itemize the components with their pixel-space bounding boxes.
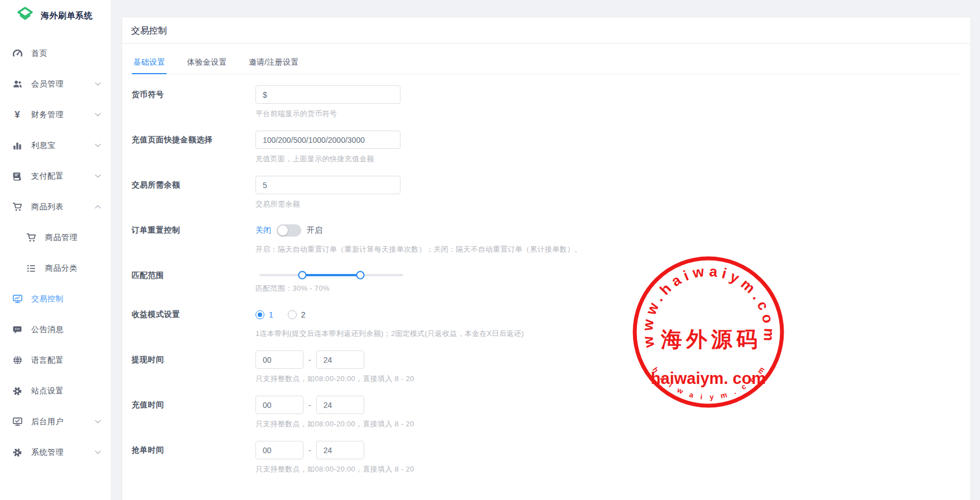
payment-icon bbox=[12, 171, 23, 182]
field-help: 开启：隔天自动重置订单（重新计算每天接单次数）；关闭：隔天不自动重置订单（累计接… bbox=[255, 244, 582, 254]
sidebar-item-label: 财务管理 bbox=[31, 110, 64, 120]
sidebar-item-label: 系统管理 bbox=[31, 448, 64, 458]
tabbar: 基础设置 体验金设置 邀请/注册设置 bbox=[132, 55, 961, 74]
sidebar-item-label: 公告消息 bbox=[31, 325, 64, 335]
sidebar-item-label: 商品管理 bbox=[45, 233, 78, 243]
row-match-range: 匹配范围 匹配范围：30% - 70% bbox=[132, 266, 961, 294]
sidebar-item-label: 商品分类 bbox=[45, 263, 78, 273]
field-label: 交易所需余额 bbox=[132, 176, 255, 209]
gear-icon bbox=[12, 386, 23, 397]
sidebar-item-payment-config[interactable]: 支付配置 bbox=[0, 161, 111, 191]
profit-mode-option-2[interactable]: 2 bbox=[288, 310, 306, 319]
profit-mode-option-1[interactable]: 1 bbox=[255, 310, 273, 319]
slider-active-track bbox=[302, 274, 360, 276]
toggle-knob bbox=[278, 225, 288, 235]
sidebar-item-label: 支付配置 bbox=[31, 171, 64, 181]
row-grab-time: 抢单时间 - 只支持整数点，如08:00-20:00，直接填入 8 - 20 bbox=[132, 441, 961, 474]
currency-symbol-input[interactable] bbox=[255, 85, 400, 104]
field-help: 交易所需余额 bbox=[255, 199, 400, 209]
sidebar-item-finance[interactable]: ¥财务管理 bbox=[0, 99, 111, 130]
sidebar-menu: 首页会员管理¥财务管理利息宝支付配置商品列表商品管理商品分类交易控制公告消息语言… bbox=[0, 31, 111, 468]
sidebar-item-label: 语言配置 bbox=[31, 355, 64, 366]
app-title: 海外刷单系统 bbox=[41, 11, 93, 21]
sidebar-item-admin-users[interactable]: 后台用户 bbox=[0, 406, 111, 437]
category-list-icon bbox=[26, 263, 37, 274]
page-title: 交易控制 bbox=[122, 17, 971, 44]
sidebar-item-system-manage[interactable]: 系统管理 bbox=[0, 437, 111, 468]
withdraw-time-from-input[interactable] bbox=[255, 350, 303, 369]
row-order-reset: 订单重置控制 关闭 开启 开启：隔天自动重置订单（重新计算每天接单次数）；关闭：… bbox=[132, 221, 961, 254]
field-label: 收益模式设置 bbox=[132, 305, 255, 339]
field-help: 只支持整数点，如08:00-20:00，直接填入 8 - 20 bbox=[255, 464, 414, 474]
brand-diamond-icon bbox=[17, 6, 33, 25]
sidebar-item-language-config[interactable]: 语言配置 bbox=[0, 345, 111, 376]
globe-icon bbox=[12, 355, 23, 366]
sidebar-item-label: 交易控制 bbox=[31, 294, 64, 304]
tab-invite-register-settings[interactable]: 邀请/注册设置 bbox=[247, 55, 301, 74]
row-quick-amounts: 充值页面快捷金额选择 充值页面，上面显示的快捷充值金额 bbox=[132, 131, 961, 164]
field-help: 1连本带利(提交后连本带利返还到余额)；2固定模式(只返收益，本金在X日后返还) bbox=[255, 329, 524, 339]
monitor-user-icon bbox=[12, 416, 23, 427]
field-help: 平台前端显示的货币符号 bbox=[255, 109, 400, 119]
field-label: 充值时间 bbox=[132, 396, 255, 429]
app-logo[interactable]: 海外刷单系统 bbox=[0, 0, 111, 31]
slider-handle-min[interactable] bbox=[298, 271, 307, 280]
range-separator: - bbox=[308, 401, 311, 410]
row-profit-mode: 收益模式设置 1 2 1连本带利(提交后连本带利返还到余额)；2固定模式(只返收… bbox=[132, 305, 961, 339]
sidebar-item-label: 后台用户 bbox=[31, 417, 64, 427]
match-range-slider[interactable] bbox=[259, 274, 403, 276]
content-card: 交易控制 基础设置 体验金设置 邀请/注册设置 货币符号 平台前端显示的货币符号… bbox=[122, 17, 971, 500]
field-label: 提现时间 bbox=[132, 350, 255, 384]
yen-icon: ¥ bbox=[12, 109, 23, 121]
bar-chart-icon bbox=[12, 140, 23, 151]
withdraw-time-to-input[interactable] bbox=[316, 350, 364, 369]
field-label: 匹配范围 bbox=[132, 266, 255, 294]
comment-icon bbox=[12, 324, 23, 335]
sidebar-item-interest[interactable]: 利息宝 bbox=[0, 130, 111, 161]
sidebar-item-site-settings[interactable]: 站点设置 bbox=[0, 376, 111, 406]
slider-handle-max[interactable] bbox=[356, 271, 364, 280]
row-min-balance: 交易所需余额 交易所需余额 bbox=[132, 176, 961, 209]
field-label: 充值页面快捷金额选择 bbox=[132, 131, 255, 164]
sidebar-item-label: 商品列表 bbox=[31, 202, 64, 212]
sidebar-item-trade-control[interactable]: 交易控制 bbox=[0, 283, 111, 314]
quick-amounts-input[interactable] bbox=[255, 131, 400, 149]
tab-trial-fund-settings[interactable]: 体验金设置 bbox=[185, 55, 229, 74]
grab-time-from-input[interactable] bbox=[255, 441, 303, 459]
row-withdraw-time: 提现时间 - 只支持整数点，如08:00-20:00，直接填入 8 - 20 bbox=[132, 350, 961, 384]
radio-icon bbox=[288, 310, 297, 319]
min-balance-input[interactable] bbox=[255, 176, 400, 194]
sidebar-item-product-category[interactable]: 商品分类 bbox=[0, 253, 111, 283]
sidebar-item-label: 会员管理 bbox=[31, 79, 64, 89]
sidebar-item-product-list[interactable]: 商品列表 bbox=[0, 191, 111, 222]
field-help: 只支持整数点，如08:00-20:00，直接填入 8 - 20 bbox=[255, 419, 414, 429]
tab-basic-settings[interactable]: 基础设置 bbox=[132, 55, 167, 74]
monitor-icon bbox=[12, 294, 23, 305]
sidebar-item-label: 利息宝 bbox=[31, 141, 56, 151]
sidebar-item-members[interactable]: 会员管理 bbox=[0, 69, 111, 99]
order-reset-toggle[interactable] bbox=[277, 224, 301, 237]
sidebar-item-product-manage[interactable]: 商品管理 bbox=[0, 222, 111, 253]
range-separator: - bbox=[308, 355, 311, 364]
range-separator: - bbox=[308, 446, 311, 455]
sidebar-item-label: 首页 bbox=[31, 49, 47, 59]
cart-icon bbox=[12, 201, 23, 213]
cart-icon bbox=[26, 232, 37, 243]
sidebar-item-announcements[interactable]: 公告消息 bbox=[0, 314, 111, 345]
radio-icon bbox=[255, 310, 264, 319]
toggle-off-label[interactable]: 关闭 bbox=[255, 225, 271, 235]
sidebar-item-home[interactable]: 首页 bbox=[0, 38, 111, 69]
toggle-on-label: 开启 bbox=[307, 225, 322, 235]
dashboard-icon bbox=[12, 48, 23, 59]
recharge-time-from-input[interactable] bbox=[255, 396, 303, 414]
row-currency-symbol: 货币符号 平台前端显示的货币符号 bbox=[132, 85, 961, 119]
field-help: 充值页面，上面显示的快捷充值金额 bbox=[255, 154, 400, 164]
users-icon bbox=[12, 79, 23, 90]
recharge-time-to-input[interactable] bbox=[316, 396, 364, 414]
grab-time-to-input[interactable] bbox=[316, 441, 364, 459]
row-recharge-time: 充值时间 - 只支持整数点，如08:00-20:00，直接填入 8 - 20 bbox=[132, 396, 961, 429]
gear-icon bbox=[12, 447, 23, 458]
field-label: 货币符号 bbox=[132, 85, 255, 119]
sidebar: 海外刷单系统 首页会员管理¥财务管理利息宝支付配置商品列表商品管理商品分类交易控… bbox=[0, 0, 112, 500]
sidebar-item-label: 站点设置 bbox=[31, 386, 64, 396]
